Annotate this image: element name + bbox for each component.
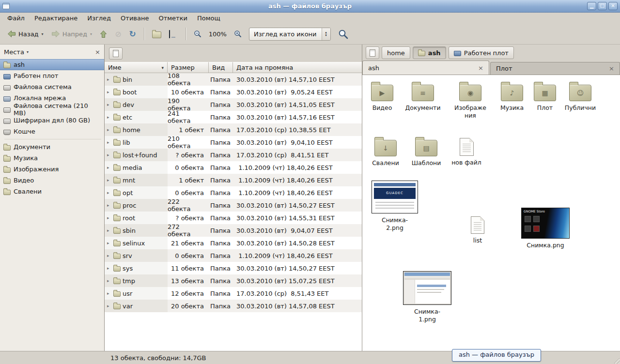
sidebar-close-icon[interactable]: × (95, 48, 100, 56)
file-icon-new-file[interactable]: нов файл (451, 136, 482, 167)
expander-icon[interactable]: ▸ (107, 178, 111, 182)
file-icon-desktop[interactable]: ▦ Плот (531, 81, 558, 112)
menu-item[interactable]: Изглед (83, 14, 115, 23)
icon-view[interactable]: ▶ Видео ≡ Документи ◉ Изображения ♪ Музи… (362, 75, 620, 351)
minimize-button[interactable]: ▁ (587, 2, 596, 10)
sidebar-item[interactable]: Свалени (0, 186, 104, 197)
close-button[interactable]: × (608, 2, 618, 10)
back-history-dropdown-icon[interactable]: ▾ (42, 32, 44, 36)
expander-icon[interactable]: ▸ (107, 291, 111, 296)
zoom-out-button[interactable] (190, 28, 205, 40)
file-icon-list[interactable]: list (463, 214, 492, 244)
expander-icon[interactable]: ▸ (107, 77, 111, 82)
menu-item[interactable]: Редактиране (30, 14, 82, 23)
sidebar-item[interactable]: Видео (0, 175, 104, 186)
expander-icon[interactable]: ▸ (107, 115, 111, 120)
table-row[interactable]: ▸ media 0 обекта Папка 1.10.2009 (чт) 18… (105, 161, 362, 174)
file-icon-music[interactable]: ♪ Музика (495, 81, 529, 112)
file-icon-video[interactable]: ▶ Видео (364, 81, 400, 112)
expander-icon[interactable]: ▸ (107, 152, 111, 157)
expander-icon[interactable]: ▸ (107, 253, 111, 258)
expander-icon[interactable]: ▸ (107, 203, 111, 208)
column-header-date[interactable]: Дата на промяна (233, 62, 362, 73)
view-mode-combobox[interactable]: Изглед като икони ▴▾ (249, 28, 331, 41)
resize-grip[interactable] (612, 356, 620, 364)
path-button-desktop[interactable]: Работен плот (449, 46, 514, 59)
file-icon-public[interactable]: ☺ Публични (563, 81, 598, 112)
expander-icon[interactable]: ▸ (107, 215, 111, 220)
file-icon-downloads[interactable]: ↓ Свалени (368, 136, 403, 167)
expander-icon[interactable]: ▸ (107, 241, 111, 245)
sidebar-item[interactable] (0, 137, 104, 141)
file-icon-snimka1[interactable]: Снимка-1.png (402, 271, 452, 323)
table-row[interactable]: ▸ tmp 13 обекта Папка 30.03.2010 (вт) 15… (105, 274, 362, 287)
expander-icon[interactable]: ▸ (107, 278, 111, 283)
column-header-type[interactable]: Вид (209, 62, 233, 73)
zoom-in-button[interactable] (231, 28, 245, 40)
sidebar-item[interactable]: Кошче (0, 126, 104, 137)
maximize-button[interactable]: □ (598, 2, 607, 10)
path-button-ash[interactable]: ash (413, 46, 446, 59)
menu-item[interactable]: Отметки (154, 14, 191, 23)
back-button[interactable]: Назад ▾ (4, 28, 47, 40)
sidebar-item[interactable]: Документи (0, 141, 104, 152)
home-button[interactable] (149, 27, 165, 41)
expander-icon[interactable]: ▸ (107, 190, 111, 195)
path-button-home[interactable]: home (382, 46, 410, 59)
menu-item[interactable]: Помощ (193, 14, 225, 23)
title-bar[interactable]: ash — файлов браузър ▁ □ × (0, 0, 620, 13)
menu-item[interactable]: Отиване (116, 14, 153, 23)
expander-icon[interactable]: ▸ (107, 165, 111, 170)
expander-icon[interactable]: ▸ (107, 140, 111, 145)
table-row[interactable]: ▸ dev 190 обекта Папка 30.03.2010 (вт) 1… (105, 98, 362, 111)
table-row[interactable]: ▸ sys 11 обекта Папка 30.03.2010 (вт) 14… (105, 262, 362, 274)
table-row[interactable]: ▸ home 1 обект Папка 17.03.2010 (ср) 10,… (105, 123, 362, 136)
sidebar-item[interactable]: ash (0, 59, 104, 70)
expander-icon[interactable]: ▸ (107, 266, 111, 271)
table-row[interactable]: ▸ sbin 272 обекта Папка 30.03.2010 (вт) … (105, 224, 362, 237)
file-icon-snimka2[interactable]: GUADEC Снимка-2.png (371, 181, 419, 231)
sidebar-item[interactable]: Работен плот (0, 70, 104, 81)
up-button[interactable] (96, 28, 110, 41)
combobox-spinner-icon[interactable]: ▴▾ (322, 28, 330, 40)
file-icon-templates[interactable]: ▤ Шаблони (409, 136, 444, 167)
file-icon-documents[interactable]: ≡ Документи (403, 81, 442, 112)
table-row[interactable]: ▸ bin 108 обекта Папка 30.03.2010 (вт) 1… (105, 73, 362, 86)
table-row[interactable]: ▸ proc 222 обекта Папка 30.03.2010 (вт) … (105, 199, 362, 212)
table-row[interactable]: ▸ lost+found ? обекта Папка 17.03.2010 (… (105, 149, 362, 161)
column-header-name[interactable]: Име ▾ (105, 62, 168, 73)
table-row[interactable]: ▸ usr 12 обекта Папка 17.03.2010 (ср) 8,… (105, 287, 362, 300)
sidebar-dropdown-icon[interactable]: ▾ (27, 50, 29, 54)
menu-item[interactable]: Файл (3, 14, 29, 23)
table-row[interactable]: ▸ mnt 1 обект Папка 1.10.2009 (чт) 18,40… (105, 174, 362, 186)
table-row[interactable]: ▸ var 20 обекта Папка 30.03.2010 (вт) 14… (105, 300, 362, 312)
sidebar-item[interactable]: Шифриран дял (80 GB) (0, 115, 104, 126)
reload-button[interactable]: ↻ (126, 28, 140, 41)
path-root-button[interactable] (366, 46, 379, 59)
expander-icon[interactable]: ▸ (107, 303, 111, 308)
computer-button[interactable] (166, 28, 181, 40)
sidebar-item[interactable]: Музика (0, 152, 104, 164)
table-row[interactable]: ▸ boot 10 обекта Папка 30.03.2010 (вт) 9… (105, 86, 362, 98)
table-row[interactable]: ▸ lib 210 обекта Папка 30.03.2010 (вт) 9… (105, 136, 362, 149)
tab-ash[interactable]: ash × (362, 61, 489, 75)
expander-icon[interactable]: ▸ (107, 90, 111, 94)
expander-icon[interactable]: ▸ (107, 228, 111, 233)
table-row[interactable]: ▸ opt 0 обекта Папка 1.10.2009 (чт) 18,4… (105, 186, 362, 199)
file-icon-snimka[interactable]: GNOME Store Снимка.png (520, 208, 571, 249)
expander-icon[interactable]: ▸ (107, 102, 111, 107)
sidebar-item[interactable]: Файлова система (0, 81, 104, 92)
tab-close-icon[interactable]: × (474, 64, 483, 72)
table-row[interactable]: ▸ root ? обекта Папка 30.03.2010 (вт) 14… (105, 212, 362, 224)
sidebar-item[interactable]: Изображения (0, 164, 104, 175)
forward-button[interactable]: Напред ▾ (48, 28, 96, 40)
expander-icon[interactable]: ▸ (107, 127, 111, 132)
search-button[interactable] (335, 27, 352, 42)
pane-notes-button[interactable] (109, 47, 123, 60)
sidebar-item[interactable]: Файлова система (210 MB) (0, 104, 104, 115)
file-icon-images[interactable]: ◉ Изображения (452, 81, 489, 119)
tab-plot[interactable]: Плот × (490, 62, 620, 75)
table-row[interactable]: ▸ srv 0 обекта Папка 1.10.2009 (чт) 18,4… (105, 249, 362, 262)
table-row[interactable]: ▸ selinux 21 обекта Папка 30.03.2010 (вт… (105, 237, 362, 249)
stop-button[interactable]: ⊘ (111, 28, 124, 41)
